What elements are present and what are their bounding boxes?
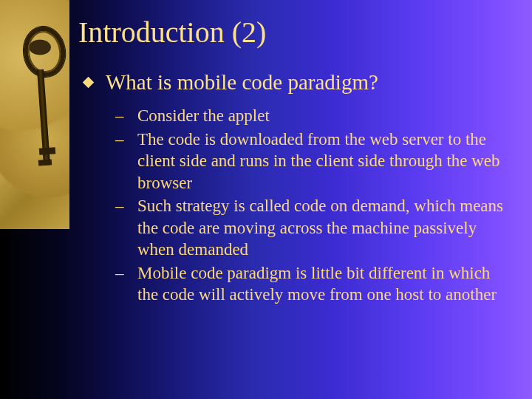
list-item: – Such strategy is called code on demand… — [115, 195, 511, 260]
sub-item-text: The code is downloaded from the web serv… — [137, 129, 511, 194]
list-item: – Mobile code paradigm is little bit dif… — [115, 262, 511, 306]
dash-bullet-icon: – — [115, 129, 137, 151]
sub-item-text: Such strategy is called code on demand, … — [137, 195, 511, 260]
slide: Introduction (2) What is mobile code par… — [0, 0, 532, 399]
sub-item-text: Mobile code paradigm is little bit diffe… — [137, 262, 511, 306]
dash-bullet-icon: – — [115, 262, 137, 284]
dash-bullet-icon: – — [115, 195, 137, 217]
side-key-image — [0, 0, 69, 229]
list-item: – The code is downloaded from the web se… — [115, 129, 511, 194]
list-item: – Consider the applet — [115, 105, 511, 127]
diamond-bullet-icon — [83, 77, 95, 89]
slide-title: Introduction (2) — [78, 15, 511, 50]
key-bit-icon — [39, 147, 56, 155]
main-bullet: What is mobile code paradigm? — [84, 70, 511, 95]
main-bullet-text: What is mobile code paradigm? — [106, 70, 378, 95]
content-area: Introduction (2) What is mobile code par… — [78, 15, 511, 307]
key-ring-icon — [21, 24, 69, 79]
sub-item-text: Consider the applet — [137, 105, 270, 126]
dash-bullet-icon: – — [115, 105, 137, 127]
sub-list: – Consider the applet – The code is down… — [115, 105, 511, 305]
key-bit-icon — [38, 159, 52, 166]
